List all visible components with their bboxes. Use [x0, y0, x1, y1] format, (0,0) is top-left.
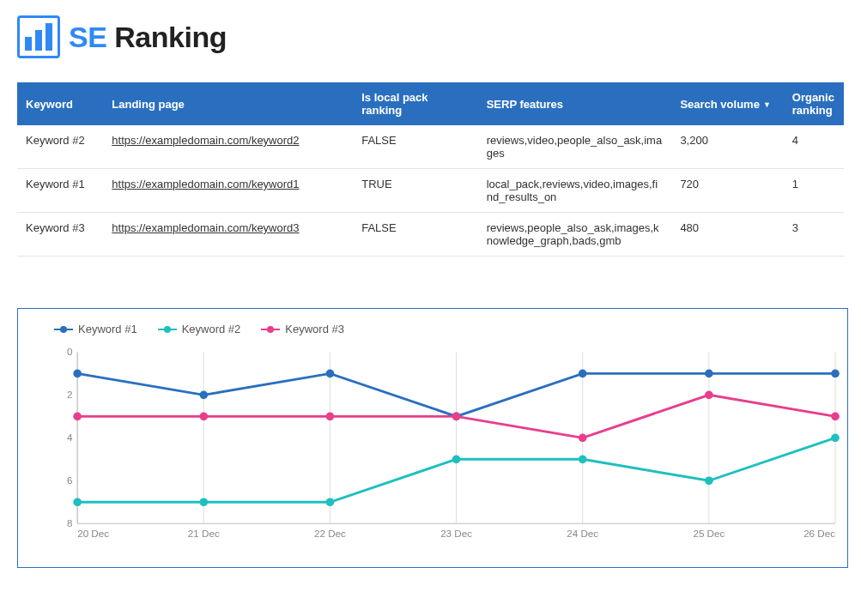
series-point[interactable]	[705, 370, 713, 378]
landing-page-link[interactable]: https://exampledomain.com/keyword1	[112, 178, 299, 190]
cell-organic-ranking: 4	[784, 125, 844, 169]
series-point[interactable]	[326, 370, 335, 378]
brand-se: SE	[69, 21, 106, 53]
col-header-landing-page[interactable]: Landing page	[103, 82, 353, 125]
brand-logo: SE Ranking	[17, 15, 844, 58]
series-point[interactable]	[705, 476, 713, 485]
legend-color-icon	[261, 329, 280, 330]
y-tick-label: 0	[67, 346, 73, 357]
legend-label: Keyword #2	[182, 323, 241, 335]
legend-color-icon	[54, 329, 73, 330]
col-header-keyword[interactable]: Keyword	[17, 82, 103, 125]
cell-search-volume: 3,200	[671, 125, 783, 169]
y-tick-label: 8	[67, 517, 72, 528]
series-point[interactable]	[326, 498, 335, 506]
cell-is-local: FALSE	[353, 125, 477, 169]
cell-landing-page: https://exampledomain.com/keyword2	[103, 125, 353, 169]
x-tick-label: 23 Dec	[440, 528, 472, 539]
series-point[interactable]	[326, 412, 335, 420]
legend-item[interactable]: Keyword #2	[158, 323, 241, 335]
cell-search-volume: 720	[671, 169, 783, 213]
legend-label: Keyword #1	[78, 323, 137, 335]
rankings-table: Keyword Landing page Is local pack ranki…	[17, 82, 844, 257]
col-header-search-volume[interactable]: Search volume▼	[671, 82, 783, 125]
series-point[interactable]	[452, 455, 461, 463]
landing-page-link[interactable]: https://exampledomain.com/keyword3	[112, 221, 299, 234]
legend-item[interactable]: Keyword #1	[54, 323, 137, 335]
bar-chart-icon	[17, 15, 60, 58]
series-point[interactable]	[73, 412, 82, 420]
y-tick-label: 6	[67, 474, 72, 486]
cell-serp: reviews,video,people_also_ask,images	[478, 125, 672, 169]
y-tick-label: 4	[67, 432, 73, 443]
x-tick-label: 20 Dec	[77, 528, 109, 539]
cell-landing-page: https://exampledomain.com/keyword3	[103, 213, 353, 257]
legend-label: Keyword #3	[285, 323, 344, 335]
series-point[interactable]	[579, 455, 587, 463]
x-tick-label: 22 Dec	[314, 528, 346, 539]
series-point[interactable]	[199, 391, 208, 400]
series-point[interactable]	[831, 433, 840, 442]
x-tick-label: 26 Dec	[803, 528, 835, 539]
legend-color-icon	[158, 329, 177, 330]
table-row: Keyword #3 https://exampledomain.com/key…	[17, 213, 844, 257]
cell-search-volume: 480	[671, 213, 783, 257]
cell-serp: reviews,people_also_ask,images,knowledge…	[478, 213, 672, 257]
cell-keyword: Keyword #1	[17, 169, 103, 213]
series-point[interactable]	[579, 433, 587, 442]
col-header-organic-ranking[interactable]: Organic ranking	[784, 82, 844, 125]
brand-name: SE Ranking	[69, 21, 227, 54]
cell-keyword: Keyword #3	[17, 213, 103, 257]
cell-is-local: TRUE	[353, 169, 477, 213]
series-point[interactable]	[73, 498, 82, 506]
table-row: Keyword #2 https://exampledomain.com/key…	[17, 125, 844, 169]
cell-organic-ranking: 3	[784, 213, 844, 257]
col-header-is-local[interactable]: Is local pack ranking	[353, 82, 477, 125]
brand-ranking: Ranking	[106, 21, 227, 53]
cell-keyword: Keyword #2	[17, 125, 103, 169]
x-tick-label: 25 Dec	[693, 528, 725, 539]
chart-legend: Keyword #1Keyword #2Keyword #3	[54, 323, 840, 335]
col-header-serp[interactable]: SERP features	[478, 82, 672, 125]
legend-item[interactable]: Keyword #3	[261, 323, 344, 335]
x-tick-label: 24 Dec	[567, 528, 598, 539]
series-point[interactable]	[705, 391, 713, 400]
cell-landing-page: https://exampledomain.com/keyword1	[103, 169, 353, 213]
cell-serp: local_pack,reviews,video,images,find_res…	[478, 169, 672, 213]
series-point[interactable]	[579, 370, 587, 378]
sort-descending-icon: ▼	[763, 100, 771, 109]
series-point[interactable]	[199, 498, 208, 506]
rankings-chart: Keyword #1Keyword #2Keyword #3 0246820 D…	[17, 308, 848, 568]
series-point[interactable]	[452, 412, 461, 420]
cell-is-local: FALSE	[353, 213, 477, 257]
series-point[interactable]	[831, 412, 840, 420]
y-tick-label: 2	[67, 389, 72, 400]
cell-organic-ranking: 1	[784, 169, 844, 213]
table-row: Keyword #1 https://exampledomain.com/key…	[17, 169, 844, 213]
series-point[interactable]	[831, 370, 840, 378]
chart-plot: 0246820 Dec21 Dec22 Dec23 Dec24 Dec25 De…	[54, 344, 835, 550]
series-point[interactable]	[199, 412, 208, 420]
landing-page-link[interactable]: https://exampledomain.com/keyword2	[112, 134, 299, 147]
x-tick-label: 21 Dec	[188, 528, 220, 539]
series-point[interactable]	[73, 370, 82, 378]
